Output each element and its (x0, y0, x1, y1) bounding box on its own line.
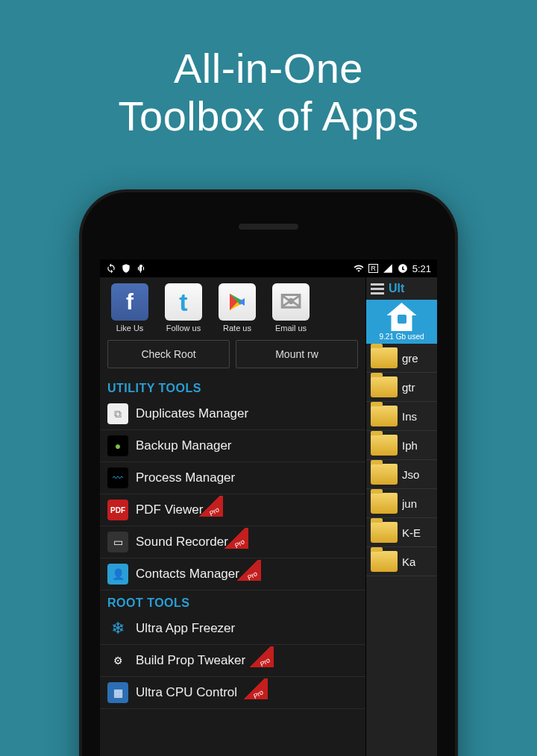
folder-name: K-E (402, 526, 421, 539)
pro-badge: Pro (248, 646, 274, 667)
tool-process-manager[interactable]: 〰Process Manager (100, 462, 365, 494)
sync-icon (106, 263, 116, 274)
folder-item[interactable]: gtr (366, 373, 437, 402)
folder-item[interactable]: jun (366, 489, 437, 518)
tool-label: Ultra CPU Control (136, 685, 237, 700)
signal-icon (383, 263, 393, 274)
folder-item[interactable]: K-E (366, 518, 437, 547)
social-label: Email us (275, 324, 307, 333)
email-icon: ✉ (272, 283, 310, 321)
main-panel: fLike UstFollow usRate us✉Email us Check… (100, 277, 365, 756)
build-prop-icon: ⚙ (107, 650, 128, 671)
tool-label: Build Prop Tweaker (136, 653, 245, 668)
freezer-icon: ❄ (107, 618, 128, 639)
recorder-icon: ▭ (107, 532, 128, 552)
folder-icon (371, 522, 398, 543)
tool-label: Ultra App Freezer (136, 621, 235, 636)
home-icon (387, 303, 417, 331)
wifi-icon (354, 263, 364, 274)
contacts-icon: 👤 (107, 564, 128, 585)
storage-used-label: 9.21 Gb used (368, 333, 436, 342)
hero-line2: Toolbox of Apps (0, 92, 537, 140)
folder-item[interactable]: gre (366, 344, 437, 373)
social-email[interactable]: ✉Email us (268, 283, 313, 333)
tool-build-prop-tweaker[interactable]: ⚙Build Prop TweakerPro (100, 645, 365, 677)
tool-label: Sound Recorder (136, 535, 228, 549)
tool-label: PDF Viewer (136, 503, 203, 517)
tool-ultra-app-freezer[interactable]: ❄Ultra App Freezer (100, 613, 365, 645)
pro-badge: Pro (198, 496, 223, 517)
folder-item[interactable]: Ins (366, 402, 437, 431)
root-tools-header: ROOT TOOLS (100, 590, 365, 613)
folder-name: jun (402, 497, 417, 510)
utility-tools-header: UTILITY TOOLS (100, 376, 365, 398)
social-label: Rate us (223, 324, 251, 333)
pdf-icon: PDF (107, 500, 128, 520)
folder-name: Ins (402, 410, 417, 423)
power-icon (398, 263, 408, 274)
social-facebook[interactable]: fLike Us (107, 283, 152, 333)
side-panel: Ult 9.21 Gb used gregtrInsIphJsojunK-EKa… (365, 277, 437, 756)
menu-icon[interactable] (371, 283, 384, 294)
pro-badge: Pro (242, 678, 268, 699)
play-store-icon (219, 283, 256, 321)
tool-backup-manager[interactable]: ●Backup Manager (100, 430, 365, 462)
hero-line1: All-in-One (0, 45, 537, 92)
shield-icon (121, 263, 131, 274)
folder-icon (371, 435, 398, 456)
tool-duplicates-manager[interactable]: ⧉Duplicates Manager (100, 398, 365, 430)
status-bar: R 5:21 (100, 259, 437, 277)
folder-name: Jso (402, 468, 419, 481)
phone-frame: R 5:21 fLike UstFollow usRate us✉Email u… (82, 192, 455, 756)
facebook-icon: f (111, 283, 148, 321)
storage-home-tile[interactable]: 9.21 Gb used (366, 300, 437, 344)
folder-name: gtr (402, 381, 415, 394)
hero-title: All-in-One Toolbox of Apps (0, 0, 537, 141)
social-label: Like Us (116, 324, 144, 333)
process-icon: 〰 (107, 467, 128, 488)
tool-label: Contacts Manager (136, 567, 239, 582)
tool-label: Process Manager (136, 470, 235, 485)
folder-icon (371, 377, 398, 397)
social-label: Follow us (166, 324, 201, 333)
social-twitter[interactable]: tFollow us (161, 283, 206, 333)
tool-label: Backup Manager (136, 438, 232, 453)
tool-pdf-viewer[interactable]: PDFPDF ViewerPro (100, 494, 365, 526)
pro-badge: Pro (236, 560, 261, 581)
network-badge: R (368, 264, 378, 273)
status-time: 5:21 (412, 263, 431, 274)
folder-item[interactable]: Ka (366, 547, 437, 576)
folder-icon (371, 406, 398, 426)
phone-speaker (239, 224, 298, 230)
social-play-store[interactable]: Rate us (215, 283, 260, 333)
backup-icon: ● (107, 435, 128, 456)
side-panel-title: Ult (389, 282, 404, 295)
folder-icon (371, 347, 398, 368)
twitter-icon: t (165, 283, 202, 321)
check-root-button[interactable]: Check Root (107, 340, 230, 368)
tool-ultra-cpu-control[interactable]: ▦Ultra CPU ControlPro (100, 677, 365, 709)
folder-icon (371, 551, 398, 572)
folder-name: Iph (402, 439, 418, 452)
folder-item[interactable]: Jso (366, 460, 437, 489)
cpu-icon: ▦ (107, 682, 128, 703)
folder-name: gre (402, 352, 418, 365)
folder-icon (371, 464, 398, 485)
android-icon (136, 263, 146, 274)
pro-badge: Pro (223, 528, 248, 549)
folder-item[interactable]: Iph (366, 431, 437, 460)
folder-icon (371, 493, 398, 514)
tool-label: Duplicates Manager (136, 406, 248, 421)
phone-screen: R 5:21 fLike UstFollow usRate us✉Email u… (100, 259, 437, 756)
duplicates-icon: ⧉ (107, 403, 128, 424)
tool-contacts-manager[interactable]: 👤Contacts ManagerPro (100, 558, 365, 590)
tool-sound-recorder[interactable]: ▭Sound RecorderPro (100, 526, 365, 558)
folder-name: Ka (402, 555, 415, 568)
mount-rw-button[interactable]: Mount rw (236, 340, 358, 368)
